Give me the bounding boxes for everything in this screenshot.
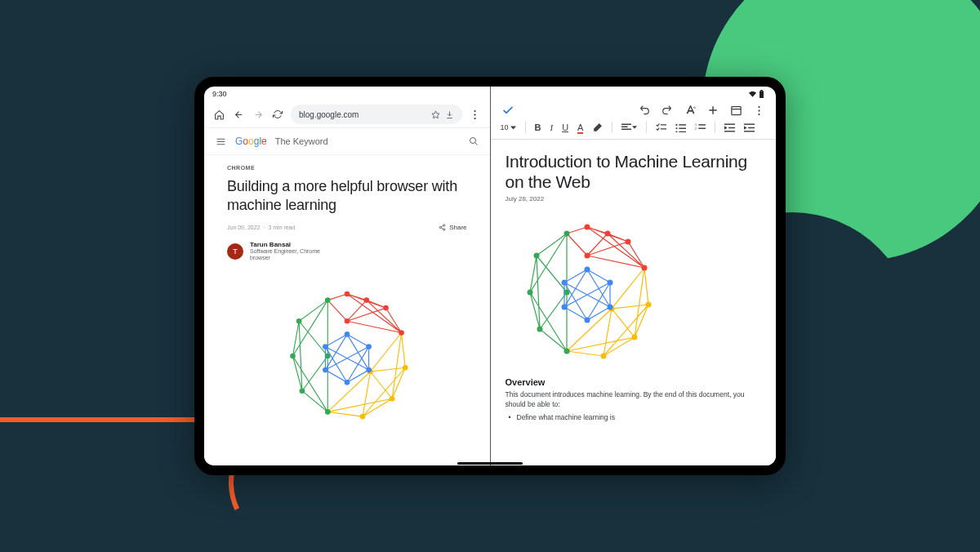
svg-rect-31: [731, 106, 740, 114]
svg-text:1: 1: [695, 123, 697, 127]
svg-rect-44: [699, 127, 706, 128]
svg-point-33: [758, 109, 760, 111]
svg-marker-0: [431, 110, 439, 118]
numbered-list-button[interactable]: 12: [695, 123, 706, 132]
bulleted-list-button[interactable]: [675, 123, 686, 132]
checklist-button[interactable]: [656, 123, 666, 132]
svg-point-34: [758, 113, 760, 114]
left-pane-chrome: 9:30 blog.google.com: [204, 87, 490, 465]
docs-top-toolbar: [491, 101, 777, 118]
google-logo[interactable]: Google: [235, 136, 267, 147]
site-section-title: The Keyword: [275, 136, 459, 146]
bold-button[interactable]: B: [535, 122, 541, 132]
svg-point-3: [474, 117, 475, 118]
svg-rect-36: [679, 124, 687, 125]
highlight-button[interactable]: [592, 122, 603, 133]
battery-icon: [759, 90, 764, 98]
svg-point-67: [607, 280, 612, 286]
done-check-icon[interactable]: [501, 103, 515, 118]
share-button[interactable]: Share: [439, 224, 466, 231]
doc-title: Introduction to Machine Learning on the …: [506, 151, 762, 192]
forward-icon[interactable]: [252, 108, 265, 121]
svg-point-21: [359, 414, 365, 420]
site-header: Google The Keyword: [204, 127, 490, 155]
chrome-menu-icon[interactable]: [469, 108, 482, 121]
svg-rect-30: [760, 90, 763, 91]
svg-point-59: [537, 327, 542, 332]
omnibox[interactable]: blog.google.com: [291, 105, 462, 124]
text-color-button[interactable]: A: [577, 122, 583, 132]
hamburger-icon[interactable]: [214, 135, 227, 148]
svg-point-62: [645, 302, 651, 308]
svg-point-60: [564, 349, 569, 354]
document-body[interactable]: Introduction to Machine Learning on the …: [491, 140, 777, 465]
svg-point-20: [390, 396, 395, 402]
doc-image: [506, 211, 669, 374]
home-icon[interactable]: [212, 108, 225, 121]
text-format-icon[interactable]: [683, 103, 697, 118]
indent-button[interactable]: [744, 123, 755, 132]
docs-format-toolbar: 10 B I U A 12: [491, 118, 777, 140]
outdent-button[interactable]: [724, 123, 735, 132]
svg-point-53: [625, 239, 630, 245]
doc-date: July 28, 2022: [506, 195, 762, 203]
svg-rect-29: [760, 91, 764, 98]
tablet-screen: 9:30 blog.google.com: [204, 87, 776, 465]
article-title: Building a more helpful browser with mac…: [227, 177, 467, 214]
svg-point-11: [399, 330, 404, 336]
insert-icon[interactable]: [706, 103, 720, 118]
underline-button[interactable]: U: [562, 122, 568, 132]
view-icon[interactable]: [728, 103, 743, 118]
font-size-selector[interactable]: 10: [501, 123, 516, 131]
svg-rect-48: [744, 123, 755, 124]
svg-point-13: [325, 297, 331, 303]
overview-heading: Overview: [506, 377, 762, 387]
italic-button[interactable]: I: [550, 122, 553, 132]
svg-point-27: [323, 367, 328, 373]
svg-point-37: [676, 127, 678, 129]
svg-point-56: [564, 231, 569, 237]
font-size-value: 10: [501, 123, 509, 131]
svg-point-70: [561, 305, 567, 310]
svg-point-54: [641, 265, 647, 271]
svg-rect-46: [728, 127, 735, 127]
author-name: Tarun Bansal: [250, 241, 340, 248]
wifi-icon: [748, 91, 757, 97]
author-title: Software Engineer, Chrome browser: [250, 248, 340, 262]
svg-point-15: [290, 353, 296, 358]
download-icon[interactable]: [445, 110, 454, 119]
docs-menu-icon[interactable]: [751, 103, 766, 118]
svg-point-5: [443, 225, 445, 226]
svg-point-55: [584, 253, 590, 259]
back-icon[interactable]: [232, 108, 245, 121]
svg-point-32: [758, 105, 760, 107]
svg-point-12: [344, 318, 350, 324]
redo-icon[interactable]: [660, 103, 675, 118]
svg-point-7: [443, 229, 445, 230]
star-icon[interactable]: [431, 110, 440, 119]
undo-icon[interactable]: [637, 103, 652, 118]
svg-point-52: [604, 231, 610, 237]
svg-point-69: [584, 318, 590, 323]
article-date: Jun 09, 2022: [227, 225, 260, 230]
align-button[interactable]: [621, 123, 637, 131]
status-bar-left: 9:30: [204, 87, 490, 101]
status-bar-right: [491, 87, 777, 101]
svg-point-35: [676, 123, 678, 125]
svg-rect-42: [699, 124, 706, 125]
search-icon[interactable]: [467, 135, 480, 148]
reload-icon[interactable]: [271, 108, 284, 121]
svg-point-10: [383, 305, 389, 311]
overview-paragraph: This document introduces machine learnin…: [506, 390, 762, 409]
navigation-handle[interactable]: [457, 462, 523, 465]
svg-point-24: [366, 344, 372, 349]
article-category[interactable]: CHROME: [227, 165, 467, 171]
svg-point-2: [474, 114, 475, 115]
svg-point-6: [439, 226, 441, 228]
svg-point-19: [403, 365, 408, 371]
svg-point-8: [344, 291, 350, 296]
right-pane-docs: 10 B I U A 12 Introduction: [491, 87, 777, 465]
article-meta: Jun 09, 2022 3 min read Share: [227, 224, 467, 231]
svg-point-28: [323, 344, 328, 349]
svg-point-9: [363, 297, 369, 303]
